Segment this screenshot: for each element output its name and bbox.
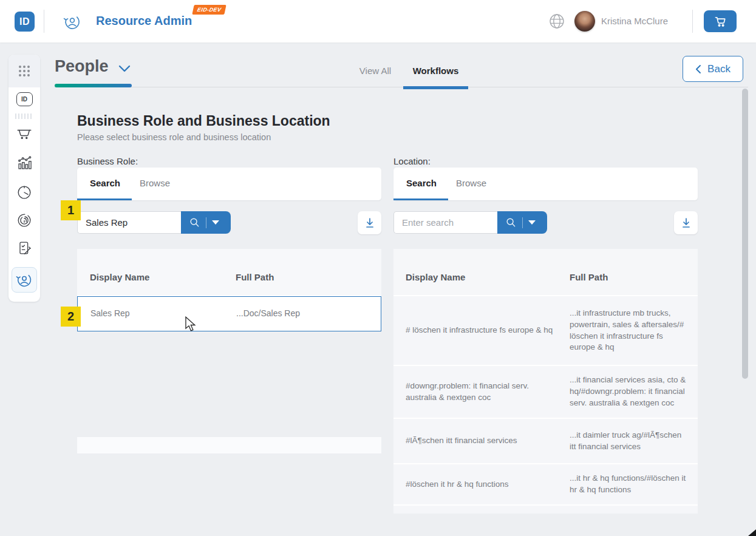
- globe-icon[interactable]: [548, 13, 565, 30]
- business-role-download-button[interactable]: [358, 211, 381, 234]
- location-table-header: Display Name Full Path: [393, 249, 698, 295]
- app-launcher-grid-icon: [19, 66, 30, 76]
- brand-logo-text: ID: [19, 16, 30, 27]
- id-card-icon: ID: [16, 92, 33, 106]
- table-row[interactable]: #löschen it hr & hq functions ...it hr &…: [393, 464, 698, 504]
- back-button[interactable]: Back: [683, 56, 743, 82]
- wizard-heading: Business Role and Business Location: [77, 113, 330, 129]
- sidebar: ID: [9, 55, 40, 302]
- tab-view-all[interactable]: View All: [352, 66, 398, 76]
- shopping-cart-icon: [15, 125, 33, 143]
- cell-full-path: ...Doc/Sales Rep: [236, 308, 376, 320]
- location-tab-card: Search Browse: [393, 168, 698, 200]
- button-divider: [522, 217, 523, 228]
- business-role-table-footer: [77, 437, 381, 453]
- column-header-full-path: Full Path: [570, 272, 690, 282]
- location-tab-browse[interactable]: Browse: [456, 178, 486, 188]
- location-label: Location:: [393, 156, 431, 166]
- sidebar-item-task-edit[interactable]: [9, 239, 40, 257]
- chevron-left-icon: [695, 64, 701, 74]
- active-tab-underline: [393, 198, 448, 200]
- mouse-cursor: [184, 316, 197, 332]
- cart-icon: [713, 15, 727, 29]
- step-badge-2: 2: [61, 307, 81, 327]
- fingerprint-icon: [15, 211, 33, 229]
- business-role-tab-search[interactable]: Search: [90, 178, 120, 188]
- screen-corner-artifact: [748, 529, 756, 536]
- back-button-label: Back: [707, 63, 730, 75]
- page-title[interactable]: People: [55, 57, 109, 76]
- download-icon: [681, 217, 692, 229]
- user-workflow-icon: [62, 12, 83, 32]
- app-title: Resource Admin: [96, 14, 192, 28]
- tab-workflows[interactable]: Workflows: [403, 66, 468, 76]
- business-role-table-header: Display Name Full Path: [77, 249, 381, 295]
- cell-display-name: #downgr.problem: it financial serv. aust…: [406, 381, 556, 404]
- location-download-button[interactable]: [674, 211, 698, 234]
- column-header-display-name: Display Name: [90, 272, 230, 282]
- analytics-chart-icon: [15, 154, 33, 172]
- sidebar-item-barcode[interactable]: [9, 114, 40, 119]
- sidebar-item-app-launcher[interactable]: [9, 55, 40, 87]
- cell-full-path: ...it infrastructure mb trucks, powertra…: [570, 308, 690, 354]
- business-role-search-button[interactable]: [181, 211, 231, 234]
- cell-display-name: #löschen it hr & hq functions: [406, 479, 556, 490]
- business-role-label: Business Role:: [77, 156, 138, 166]
- top-bar: ID Resource Admin EID-DEV Kristina McClu…: [0, 0, 756, 42]
- location-table: Display Name Full Path # löschen it infr…: [393, 249, 698, 514]
- business-role-tab-card: Search Browse: [77, 168, 381, 200]
- table-row[interactable]: #downgr.problem: it financial serv. aust…: [393, 366, 698, 418]
- business-role-table: Display Name Full Path Sales Rep ...Doc/…: [77, 249, 381, 331]
- wizard-subheading: Please select business role and business…: [77, 132, 271, 142]
- active-tab-underline: [403, 86, 468, 89]
- barcode-icon: [15, 114, 33, 119]
- sidebar-item-fingerprint[interactable]: [9, 211, 40, 229]
- user-avatar[interactable]: [574, 11, 595, 32]
- active-tab-underline: [77, 198, 132, 200]
- header-divider: [692, 10, 693, 33]
- cell-full-path: ...it daimler truck ag/#lÃ¶schen itt fin…: [570, 430, 690, 453]
- environment-badge: EID-DEV: [192, 5, 226, 15]
- table-row[interactable]: #lÃ¶schen itt financial services ...it d…: [393, 419, 698, 463]
- sidebar-item-user-workflow-active[interactable]: [12, 267, 37, 293]
- business-role-search-input[interactable]: [77, 211, 181, 234]
- cart-button[interactable]: [704, 10, 737, 32]
- brand-logo[interactable]: ID: [15, 12, 35, 32]
- table-row-partial: [393, 506, 698, 514]
- location-search-button[interactable]: [497, 211, 547, 234]
- sidebar-item-gauge[interactable]: [9, 183, 40, 202]
- resource-admin-app: ID Resource Admin EID-DEV Kristina McClu…: [0, 0, 756, 536]
- user-name: Kristina McClure: [601, 16, 668, 26]
- search-icon: [506, 217, 516, 228]
- header-divider: [44, 10, 44, 33]
- chevron-down-icon[interactable]: [118, 64, 131, 73]
- cell-display-name: Sales Rep: [90, 308, 230, 320]
- step-badge-1: 1: [61, 200, 81, 220]
- task-edit-icon: [15, 239, 33, 257]
- caret-down-icon[interactable]: [528, 220, 536, 225]
- business-role-tab-browse[interactable]: Browse: [140, 178, 170, 188]
- cell-full-path: ...it hr & hq functions/#löschen it hr &…: [570, 473, 690, 496]
- cell-display-name: #lÃ¶schen itt financial services: [406, 435, 556, 447]
- sidebar-item-id[interactable]: ID: [9, 92, 40, 106]
- header-rule: [55, 87, 748, 87]
- location-search-input[interactable]: [393, 211, 497, 234]
- user-workflow-icon: [15, 270, 34, 290]
- download-icon: [364, 217, 375, 229]
- table-row[interactable]: # löschen it infrastructure fs europe & …: [393, 296, 698, 365]
- cell-display-name: # löschen it infrastructure fs europe & …: [406, 325, 556, 336]
- button-divider: [206, 217, 206, 228]
- sidebar-item-cart[interactable]: [9, 125, 40, 143]
- cell-full-path: ...it financial services asia, cto & hq/…: [570, 375, 690, 409]
- column-header-full-path: Full Path: [236, 272, 375, 282]
- workflow-progress-bar: [55, 84, 132, 87]
- scrollbar-thumb[interactable]: [742, 89, 748, 379]
- table-row-sales-rep[interactable]: Sales Rep ...Doc/Sales Rep: [77, 296, 381, 331]
- location-tab-search[interactable]: Search: [406, 178, 437, 188]
- column-header-display-name: Display Name: [406, 272, 556, 282]
- gauge-icon: [15, 183, 33, 202]
- sidebar-item-analytics[interactable]: [9, 154, 40, 172]
- caret-down-icon[interactable]: [212, 220, 219, 225]
- search-icon: [189, 217, 200, 228]
